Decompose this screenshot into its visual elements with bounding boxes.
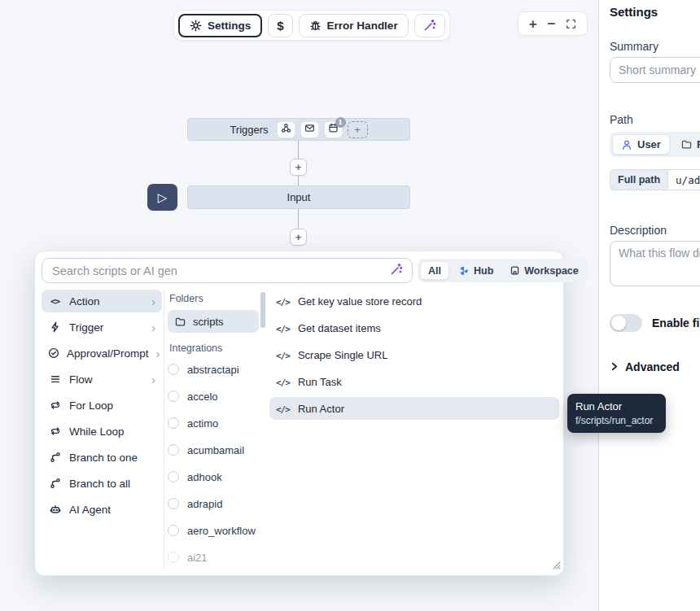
script-tooltip: Run Actor f/scripts/run_actor xyxy=(567,394,666,433)
sidebar-item-action[interactable]: <>Action› xyxy=(42,290,162,312)
script-item-run-task[interactable]: </>Run Task xyxy=(269,370,559,393)
zap-icon xyxy=(48,321,62,333)
add-trigger-button[interactable]: + xyxy=(348,121,368,138)
chevron-right-icon: › xyxy=(151,295,155,308)
flow-icon xyxy=(48,373,62,385)
integration-logo-icon xyxy=(168,391,179,402)
play-icon: ▷ xyxy=(158,191,168,203)
triggers-node[interactable]: Triggers 1 + xyxy=(187,118,410,141)
integration-logo-icon xyxy=(168,417,179,429)
fit-view-icon[interactable] xyxy=(566,19,576,29)
enable-toggle-label: Enable fi xyxy=(652,316,699,330)
toggle-knob xyxy=(611,316,626,330)
sidebar-item-while-loop[interactable]: While Loop xyxy=(42,420,162,443)
integration-item-abstractapi[interactable]: abstractapi xyxy=(168,360,259,379)
sidebar-item-for-loop[interactable]: For Loop xyxy=(42,394,162,417)
full-path-value[interactable]: u/admin xyxy=(667,169,700,190)
gear-icon xyxy=(190,20,202,32)
error-handler-label: Error Handler xyxy=(327,20,398,32)
script-icon: </> xyxy=(276,374,290,389)
summary-input[interactable] xyxy=(610,57,700,83)
bug-icon xyxy=(309,20,322,32)
tooltip-title: Run Actor xyxy=(575,400,658,412)
panel-title: Settings xyxy=(610,5,658,19)
resize-grip[interactable] xyxy=(551,558,561,573)
description-textarea[interactable] xyxy=(610,241,700,286)
integration-item-ai21[interactable]: ai21 xyxy=(168,548,259,567)
error-handler-button[interactable]: Error Handler xyxy=(299,14,409,37)
webhook-trigger-button[interactable] xyxy=(277,121,295,138)
connector-line xyxy=(298,209,299,229)
tab-all[interactable]: All xyxy=(420,261,449,280)
branch-icon xyxy=(48,478,62,489)
settings-button-label: Settings xyxy=(208,20,251,32)
dollar-icon: $ xyxy=(277,19,283,33)
billing-button[interactable]: $ xyxy=(268,14,292,37)
input-node-label: Input xyxy=(287,191,311,203)
sidebar-item-ai-agent[interactable]: AI Agent xyxy=(42,498,162,521)
connector-line xyxy=(298,176,299,185)
ai-generate-button[interactable] xyxy=(379,259,412,282)
zoom-out-icon[interactable]: − xyxy=(548,17,556,31)
input-node[interactable]: Input xyxy=(187,185,410,209)
schedule-count-badge: 1 xyxy=(335,117,346,128)
full-path-label: Full path xyxy=(610,169,667,190)
branch-icon xyxy=(48,452,62,463)
hub-icon xyxy=(458,265,470,277)
script-results-list: </>Get key value store record</>Get data… xyxy=(269,290,559,424)
enable-toggle[interactable] xyxy=(610,314,642,332)
sidebar-item-branch-to-one[interactable]: Branch to one xyxy=(42,446,162,469)
advanced-section-toggle[interactable]: Advanced xyxy=(610,360,680,373)
summary-label: Summary xyxy=(610,40,658,53)
integration-item-accelo[interactable]: accelo xyxy=(168,386,259,406)
settings-button[interactable]: Settings xyxy=(178,14,262,37)
description-label: Description xyxy=(610,224,667,237)
zoom-in-icon[interactable]: + xyxy=(529,17,537,31)
repeat-icon xyxy=(48,426,62,437)
scrollbar-thumb[interactable] xyxy=(260,292,265,328)
path-tab-user[interactable]: User xyxy=(612,134,670,155)
settings-panel: Settings Summary Path UserFolder Full pa… xyxy=(598,0,700,611)
folder-icon xyxy=(681,139,692,150)
bot-icon xyxy=(48,504,62,515)
wand-icon xyxy=(390,263,403,278)
wand-icon xyxy=(423,19,436,32)
path-tab-folder[interactable]: Folder xyxy=(673,134,700,155)
integration-logo-icon xyxy=(168,552,179,563)
tooltip-path: f/scripts/run_actor xyxy=(575,415,658,426)
integration-item-acumbamail[interactable]: acumbamail xyxy=(168,440,259,460)
integrations-label: Integrations xyxy=(169,343,259,354)
script-item-get-dataset-items[interactable]: </>Get dataset items xyxy=(269,316,559,339)
sidebar-item-approval-prompt[interactable]: Approval/Prompt› xyxy=(42,342,162,364)
script-search-field xyxy=(42,258,413,283)
integration-item-aero-workflow[interactable]: aero_workflow xyxy=(168,521,259,540)
insert-step-button[interactable]: + xyxy=(290,229,307,246)
sidebar-item-branch-to-all[interactable]: Branch to all xyxy=(42,472,162,495)
integration-item-actimo[interactable]: actimo xyxy=(168,413,259,433)
run-flow-button[interactable]: ▷ xyxy=(147,184,177,211)
connector-line xyxy=(298,141,299,159)
integration-logo-icon xyxy=(168,525,179,536)
integration-item-adrapid[interactable]: adrapid xyxy=(168,494,259,513)
integration-logo-icon xyxy=(168,498,179,509)
script-search-input[interactable] xyxy=(42,264,379,277)
integration-logo-icon xyxy=(168,471,179,482)
script-icon: </> xyxy=(276,347,290,362)
workspace-icon xyxy=(510,265,520,276)
email-trigger-button[interactable] xyxy=(300,121,319,138)
integration-item-adhook[interactable]: adhook xyxy=(168,467,259,487)
user-icon xyxy=(621,139,632,151)
script-item-run-actor[interactable]: </>Run Actor xyxy=(269,397,559,420)
tab-hub[interactable]: Hub xyxy=(451,261,501,280)
script-item-get-key-value-store-record[interactable]: </>Get key value store record xyxy=(269,290,559,312)
tab-workspace[interactable]: Workspace xyxy=(502,261,585,280)
sidebar-item-flow[interactable]: Flow› xyxy=(42,368,162,391)
chevron-right-icon: › xyxy=(151,373,155,386)
insert-step-button[interactable]: + xyxy=(290,159,307,176)
webhook-icon xyxy=(281,122,291,137)
sidebar-item-trigger[interactable]: Trigger› xyxy=(42,316,162,338)
schedule-trigger-button[interactable]: 1 xyxy=(324,121,343,138)
ai-assistant-button[interactable] xyxy=(414,14,445,37)
folder-item-scripts[interactable]: scripts xyxy=(168,310,259,333)
script-item-scrape-single-url[interactable]: </>Scrape Single URL xyxy=(269,343,559,366)
